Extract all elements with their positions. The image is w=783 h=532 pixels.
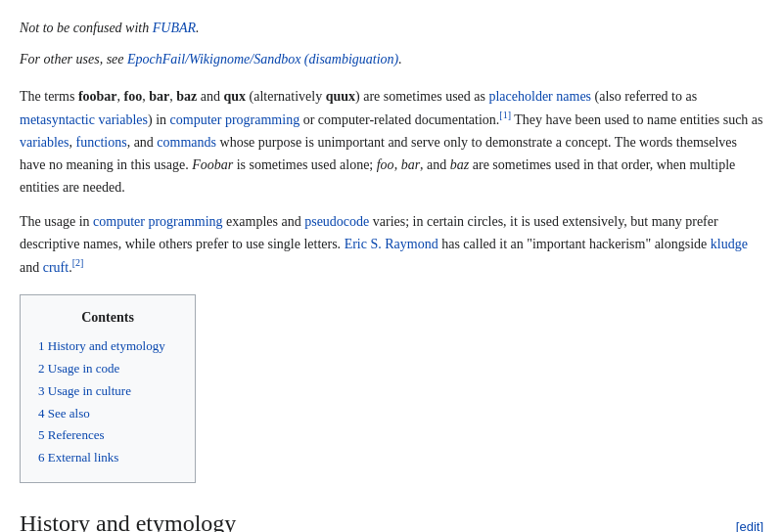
contents-link[interactable]: 1 History and etymology: [38, 338, 165, 353]
term-foo: foo: [124, 89, 143, 104]
contents-item: 6 External links: [38, 448, 177, 468]
ref-2[interactable]: [2]: [72, 257, 84, 268]
pseudocode-link[interactable]: pseudocode: [304, 214, 369, 229]
computer-programming-link-2[interactable]: computer programming: [93, 214, 223, 229]
contents-list: 1 History and etymology2 Usage in code3 …: [38, 336, 177, 468]
term-baz: baz: [176, 89, 197, 104]
bar-italic: bar: [401, 157, 420, 172]
variables-link[interactable]: variables: [20, 135, 69, 150]
eric-raymond-link[interactable]: Eric S. Raymond: [345, 237, 438, 251]
contents-link[interactable]: 4 See also: [38, 406, 90, 421]
placeholder-names-link[interactable]: placeholder names: [488, 89, 591, 104]
hatnote-2-suffix: .: [398, 52, 402, 66]
fubar-link[interactable]: FUBAR: [153, 21, 196, 35]
body-paragraph-1: The terms foobar, foo, bar, baz and qux …: [20, 85, 763, 199]
foobar-italic: Foobar: [192, 157, 233, 172]
term-bar: bar: [149, 89, 169, 104]
edit-link[interactable]: [edit]: [736, 517, 763, 532]
metasyntactic-link[interactable]: metasyntactic variables: [20, 112, 148, 127]
contents-item: 3 Usage in culture: [38, 381, 177, 402]
contents-link[interactable]: 2 Usage in code: [38, 361, 119, 376]
hatnote-1-prefix: Not to be confused with: [20, 21, 153, 35]
baz-italic: baz: [450, 157, 469, 172]
contents-link[interactable]: 6 External links: [38, 450, 118, 465]
section-heading-history: History and etymology [edit]: [20, 505, 763, 532]
contents-item: 1 History and etymology: [38, 336, 177, 357]
section-heading-title: History and etymology: [20, 505, 236, 532]
contents-title: Contents: [38, 307, 177, 329]
contents-item: 4 See also: [38, 404, 177, 424]
term-quux: quux: [326, 89, 355, 104]
hatnote-2: For other uses, see EpochFail/Wikignome/…: [20, 47, 763, 74]
cruft-link[interactable]: cruft: [43, 260, 69, 275]
disambiguation-link[interactable]: EpochFail/Wikignome/Sandbox (disambiguat…: [127, 52, 398, 66]
hatnote-1-suffix: .: [196, 21, 200, 35]
term-qux: qux: [223, 89, 246, 104]
contents-item: 2 Usage in code: [38, 359, 177, 379]
hatnote-2-prefix: For other uses, see: [20, 52, 127, 66]
hatnote-1: Not to be confused with FUBAR.: [20, 16, 763, 43]
ref-1[interactable]: [1]: [499, 110, 511, 120]
body-paragraph-2: The usage in computer programming exampl…: [20, 210, 763, 279]
kludge-link[interactable]: kludge: [711, 237, 748, 251]
computer-programming-link-1[interactable]: computer programming: [170, 112, 300, 127]
commands-link[interactable]: commands: [157, 135, 216, 150]
contents-link[interactable]: 5 References: [38, 427, 105, 442]
contents-link[interactable]: 3 Usage in culture: [38, 383, 131, 398]
functions-link[interactable]: functions: [76, 135, 127, 150]
term-foobar: foobar: [78, 89, 117, 104]
contents-item: 5 References: [38, 425, 177, 446]
foo-italic: foo: [377, 157, 394, 172]
contents-box: Contents 1 History and etymology2 Usage …: [20, 294, 196, 483]
